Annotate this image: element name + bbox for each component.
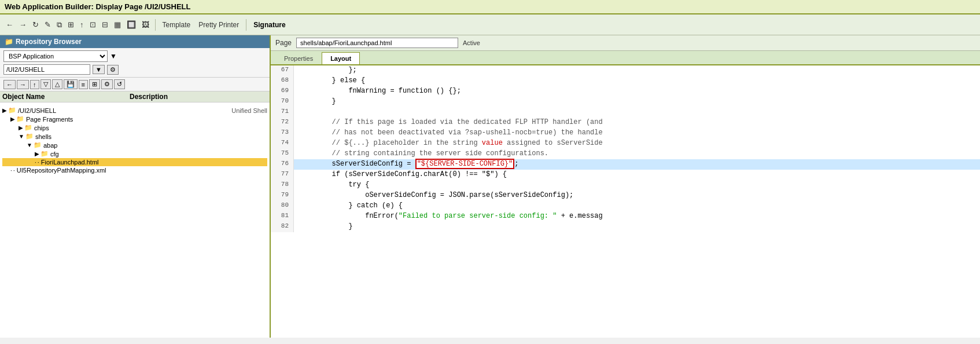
code-row: 79 oServerSideConfig = JSON.parse(sServe… bbox=[271, 191, 980, 201]
line-number: 76 bbox=[271, 159, 294, 170]
tree-item-label: abap bbox=[43, 142, 244, 149]
back-button[interactable]: ← bbox=[3, 19, 16, 31]
code-line-content: } bbox=[294, 222, 980, 232]
collapse-btn[interactable]: △ bbox=[52, 79, 62, 89]
tree-expand-icon: ▶ bbox=[10, 116, 15, 122]
col-description: Description bbox=[130, 93, 267, 101]
sidebar-header-label: Repository Browser bbox=[16, 38, 82, 46]
tree-item-label: chips bbox=[34, 125, 244, 131]
code-row: 71 bbox=[271, 107, 980, 118]
bsp-dropdown[interactable]: BSP Application bbox=[3, 50, 108, 62]
code-line-content: } else { bbox=[294, 76, 980, 86]
refresh-tree-btn[interactable]: ↺ bbox=[114, 79, 125, 89]
tree-item-label: cfg bbox=[50, 151, 244, 158]
code-row: 72 // If this page is loaded via the ded… bbox=[271, 118, 980, 128]
code-row: 74 // ${...} placeholder in the string v… bbox=[271, 138, 980, 149]
tree-expand-icon: ▼ bbox=[27, 142, 32, 148]
tree-item-label: shells bbox=[35, 133, 244, 140]
code-area[interactable]: 67 };68 } else {69 fnWarning = function … bbox=[271, 65, 980, 338]
code-row: 80 } catch (e) { bbox=[271, 201, 980, 211]
dropdown-row: BSP Application ▼ bbox=[3, 50, 266, 62]
list-btn[interactable]: ≡ bbox=[79, 80, 88, 89]
highlighted-string: "${SERVER-SIDE-CONFIG}" bbox=[415, 159, 515, 169]
tree-item[interactable]: · ·UI5RepositoryPathMapping.xml bbox=[2, 166, 267, 174]
tree-item[interactable]: ▼ 📁shells bbox=[2, 132, 267, 141]
tree-item[interactable]: ▼ 📁abap bbox=[2, 141, 267, 149]
col-object-name: Object Name bbox=[2, 93, 130, 101]
template-button[interactable]: Template bbox=[159, 20, 194, 30]
path-dropdown-btn[interactable]: ▼ bbox=[93, 65, 105, 74]
tree-expand-icon: ▼ bbox=[19, 133, 24, 140]
line-number: 77 bbox=[271, 170, 294, 180]
forward-button[interactable]: → bbox=[17, 19, 29, 31]
pretty-printer-button[interactable]: Pretty Printer bbox=[195, 20, 242, 30]
path-settings-btn[interactable]: ⚙ bbox=[107, 65, 119, 75]
nav-fwd-btn[interactable]: → bbox=[17, 80, 29, 89]
save-btn[interactable]: 💾 bbox=[64, 79, 78, 89]
sidebar-toolbar: ← → ↑ ▽ △ 💾 ≡ ⊞ ⚙ ↺ bbox=[0, 78, 270, 92]
tree-column-header: Object Name Description bbox=[0, 92, 270, 103]
code-row: 73 // has not been deactivated via ?sap-… bbox=[271, 128, 980, 138]
grid-button[interactable]: ⊞ bbox=[65, 19, 76, 31]
nav-back-btn[interactable]: ← bbox=[3, 80, 16, 89]
nav-up-btn[interactable]: ↑ bbox=[30, 80, 39, 89]
up-button[interactable]: ↑ bbox=[78, 19, 86, 31]
tree-expand-icon: · bbox=[35, 159, 36, 166]
settings-btn[interactable]: ⚙ bbox=[101, 79, 113, 89]
sidebar-tree: ▶ 📁/UI2/USHELLUnified Shell▶ 📁Page Fragm… bbox=[0, 104, 270, 338]
copy-button[interactable]: ⧉ bbox=[54, 19, 64, 31]
code-row: 70 } bbox=[271, 97, 980, 107]
code-line-content: // If this page is loaded via the dedica… bbox=[294, 118, 980, 128]
line-number: 70 bbox=[271, 97, 294, 107]
line-number: 68 bbox=[271, 76, 294, 86]
layout-button[interactable]: ⊡ bbox=[87, 19, 98, 31]
code-line-content: sServerSideConfig = "${SERVER-SIDE-CONFI… bbox=[294, 159, 980, 170]
tab-layout[interactable]: Layout bbox=[322, 52, 360, 64]
tree-item[interactable]: ▶ 📁/UI2/USHELLUnified Shell bbox=[2, 106, 267, 115]
tree-item-label: UI5RepositoryPathMapping.xml bbox=[17, 167, 244, 174]
title-bar: Web Application Builder: Display Page /U… bbox=[0, 0, 980, 14]
image-button[interactable]: 🖼 bbox=[139, 19, 152, 31]
tree-item[interactable]: ▶ 📁chips bbox=[2, 123, 267, 132]
folder-icon: 📁 bbox=[8, 107, 16, 114]
line-number: 71 bbox=[271, 107, 294, 118]
page-path-input[interactable] bbox=[296, 38, 458, 48]
code-line-content: fnError("Failed to parse server-side con… bbox=[294, 211, 980, 222]
line-number: 82 bbox=[271, 222, 294, 232]
sidebar-controls: BSP Application ▼ ▼ ⚙ bbox=[0, 48, 270, 78]
dropdown-arrow-icon: ▼ bbox=[110, 52, 117, 60]
tree-item[interactable]: · ·FioriLaunchpad.html bbox=[2, 158, 267, 166]
code-row: 77 if (sServerSideConfig.charAt(0) !== "… bbox=[271, 170, 980, 180]
tree-expand-icon: · bbox=[10, 167, 12, 174]
grid-tree-btn[interactable]: ⊞ bbox=[89, 79, 100, 89]
table-button[interactable]: ▦ bbox=[112, 19, 123, 31]
line-number: 79 bbox=[271, 191, 294, 201]
tree-item[interactable]: ▶ 📁Page Fragments bbox=[2, 115, 267, 123]
minus-button[interactable]: ⊟ bbox=[100, 19, 110, 31]
signature-button[interactable]: Signature bbox=[250, 20, 289, 30]
tree-expand-icon: ▶ bbox=[2, 107, 7, 114]
path-input[interactable] bbox=[3, 64, 90, 75]
line-number: 81 bbox=[271, 211, 294, 222]
main-layout: 📁 Repository Browser BSP Application ▼ ▼… bbox=[0, 35, 980, 338]
tab-properties[interactable]: Properties bbox=[275, 52, 322, 64]
code-row: 78 try { bbox=[271, 180, 980, 191]
info-button[interactable]: 🔲 bbox=[124, 19, 138, 31]
code-row: 81 fnError("Failed to parse server-side … bbox=[271, 211, 980, 222]
file-icon: · bbox=[13, 167, 15, 174]
refresh-button[interactable]: ↻ bbox=[30, 19, 41, 31]
edit-button[interactable]: ✎ bbox=[42, 19, 53, 31]
line-number: 73 bbox=[271, 128, 294, 138]
title-text: Web Application Builder: Display Page /U… bbox=[5, 2, 190, 11]
tabs-bar: Properties Layout bbox=[271, 51, 980, 65]
code-row: 76 sServerSideConfig = "${SERVER-SIDE-CO… bbox=[271, 159, 980, 170]
page-label: Page bbox=[275, 39, 292, 47]
expand-btn[interactable]: ▽ bbox=[40, 79, 51, 89]
sidebar: 📁 Repository Browser BSP Application ▼ ▼… bbox=[0, 35, 271, 338]
code-row: 82 } bbox=[271, 222, 980, 232]
folder-icon: 📁 bbox=[40, 150, 49, 158]
code-line-content: fnWarning = function () {}; bbox=[294, 86, 980, 97]
tree-item[interactable]: ▶ 📁cfg bbox=[2, 149, 267, 158]
line-number: 80 bbox=[271, 201, 294, 211]
tree-item-label: /UI2/USHELL bbox=[18, 107, 208, 114]
